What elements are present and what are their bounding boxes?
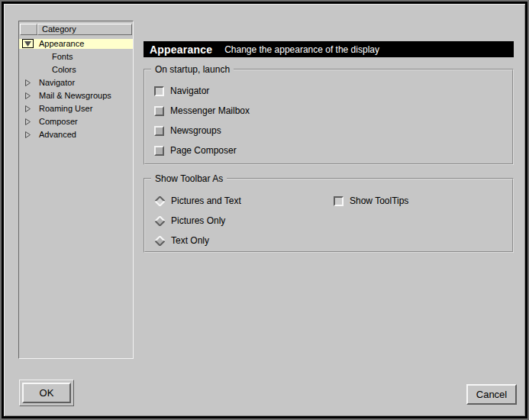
startup-launch-group: On startup, launch Navigator Messenger M…	[144, 69, 514, 165]
cancel-button[interactable]: Cancel	[466, 384, 517, 405]
checkbox-label: Navigator	[170, 86, 209, 96]
radio-pictures-only[interactable]: Pictures Only	[155, 215, 225, 227]
page-subtitle: Change the appearance of the display	[224, 44, 379, 55]
show-toolbar-group-title: Show Toolbar As	[151, 173, 227, 184]
tree-item-mail-newsgroups[interactable]: Mail & Newsgroups	[19, 91, 133, 101]
checkbox-page-composer[interactable]: Page Composer	[154, 144, 237, 157]
checkbox-icon[interactable]	[154, 86, 164, 96]
checkbox-icon[interactable]	[154, 126, 164, 136]
radio-pictures-and-text[interactable]: Pictures and Text	[155, 195, 241, 207]
tree-item-composer[interactable]: Composer	[19, 117, 133, 127]
tree-item-label: Appearance	[19, 39, 133, 49]
page-header: Appearance Change the appearance of the …	[144, 41, 514, 57]
radio-label: Pictures Only	[171, 215, 225, 226]
radio-diamond-icon[interactable]	[155, 236, 165, 246]
tree-item-label: Colors	[19, 65, 133, 75]
expand-triangle-icon[interactable]	[24, 118, 31, 126]
preferences-dialog: Category Appearance Fonts Colors	[4, 4, 525, 416]
page-title: Appearance	[150, 44, 212, 56]
expand-triangle-icon[interactable]	[24, 92, 31, 100]
tree-item-label: Roaming User	[19, 104, 133, 114]
checkbox-newsgroups[interactable]: Newsgroups	[154, 124, 221, 137]
tree-item-appearance[interactable]: Appearance	[19, 39, 133, 49]
checkbox-icon[interactable]	[154, 146, 164, 156]
tree-item-colors[interactable]: Colors	[19, 65, 133, 75]
show-toolbar-group: Show Toolbar As Pictures and Text	[144, 178, 514, 253]
radio-text-only[interactable]: Text Only	[155, 234, 209, 247]
startup-launch-group-title: On startup, launch	[151, 64, 234, 75]
tree-header-category: Category	[37, 24, 132, 35]
checkbox-icon[interactable]	[154, 106, 164, 116]
checkbox-label: Newsgroups	[170, 125, 221, 136]
tree-item-label: Navigator	[19, 78, 133, 88]
window-frame-inner: Category Appearance Fonts Colors	[2, 2, 527, 418]
tree-item-label: Fonts	[19, 52, 133, 62]
ok-button[interactable]: OK	[22, 383, 71, 403]
checkbox-icon[interactable]	[334, 196, 344, 206]
checkbox-label: Page Composer	[170, 145, 237, 156]
tree-header-spacer	[20, 24, 37, 35]
checkbox-messenger-mailbox[interactable]: Messenger Mailbox	[154, 105, 250, 117]
ok-default-ring: OK	[19, 380, 74, 406]
radio-diamond-icon[interactable]	[155, 216, 165, 226]
tree-item-label: Mail & Newsgroups	[19, 91, 133, 101]
expand-triangle-icon[interactable]	[24, 131, 31, 139]
tree-item-label: Advanced	[19, 130, 133, 140]
checkbox-navigator[interactable]: Navigator	[154, 85, 209, 97]
window-frame: Category Appearance Fonts Colors	[0, 0, 529, 420]
expand-triangle-icon[interactable]	[24, 79, 31, 87]
tree-header: Category	[20, 24, 132, 35]
category-tree-panel: Category Appearance Fonts Colors	[18, 21, 134, 359]
tree-item-roaming-user[interactable]: Roaming User	[19, 104, 133, 114]
tree-item-advanced[interactable]: Advanced	[19, 130, 133, 140]
checkbox-show-tooltips[interactable]: Show ToolTips	[334, 195, 408, 207]
tree-item-label: Composer	[19, 117, 133, 127]
tree-item-fonts[interactable]: Fonts	[19, 52, 133, 62]
checkbox-label: Show ToolTips	[350, 195, 408, 206]
expand-triangle-icon[interactable]	[24, 105, 31, 113]
radio-label: Text Only	[171, 235, 209, 246]
tree-item-navigator[interactable]: Navigator	[19, 78, 133, 88]
checkbox-label: Messenger Mailbox	[170, 105, 250, 116]
radio-label: Pictures and Text	[171, 195, 241, 206]
radio-diamond-icon[interactable]	[155, 196, 165, 206]
collapse-triangle-icon[interactable]	[22, 39, 34, 48]
